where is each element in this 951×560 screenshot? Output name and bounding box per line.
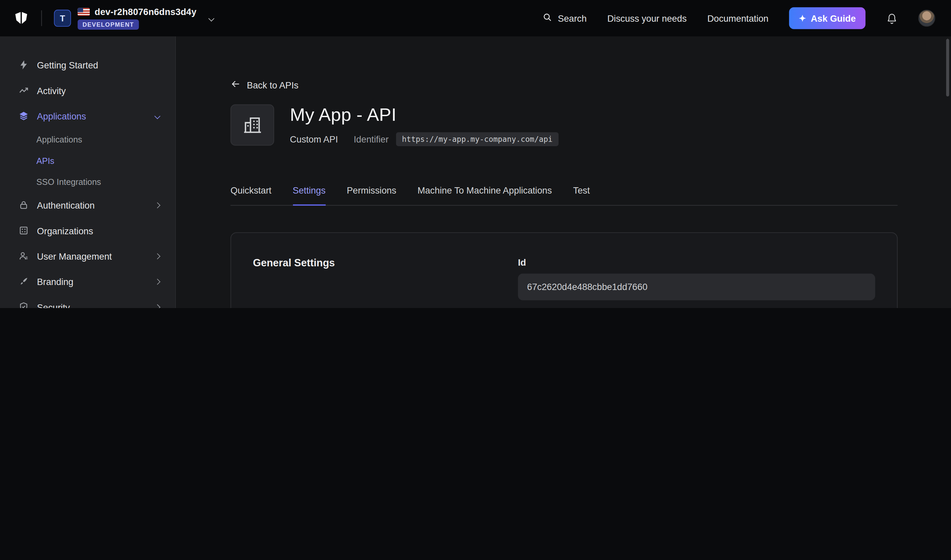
identifier-value-chip: https://my-app.my-company.com/api <box>396 132 559 146</box>
tenant-switcher[interactable]: T dev-r2h8076n6dns3d4y DEVELOPMENT <box>54 7 214 30</box>
back-to-apis-link[interactable]: Back to APIs <box>231 79 299 91</box>
chevron-down-icon <box>154 113 160 119</box>
sidebar-item-label: Authentication <box>37 200 95 210</box>
tab-machine-to-machine[interactable]: Machine To Machine Applications <box>417 185 552 205</box>
search-button[interactable]: Search <box>542 12 586 24</box>
sidebar-item-user-management[interactable]: User Management <box>0 243 175 269</box>
building-grid-icon <box>18 225 29 236</box>
documentation-link[interactable]: Documentation <box>708 13 768 23</box>
environment-badge: DEVELOPMENT <box>78 19 139 30</box>
sidebar-item-activity[interactable]: Activity <box>0 78 175 103</box>
vertical-scrollbar[interactable] <box>946 39 949 97</box>
shield-check-icon <box>18 302 29 308</box>
api-icon <box>231 105 274 146</box>
paintbrush-icon <box>18 276 29 287</box>
sidebar-item-getting-started[interactable]: Getting Started <box>0 52 175 77</box>
sidebar-item-label: Branding <box>37 276 74 287</box>
lock-icon <box>18 200 29 211</box>
sidebar-item-label: Security <box>37 302 70 308</box>
id-help-text: The API id on our system. Useful if you … <box>518 308 875 308</box>
sidebar-subitem-applications[interactable]: Applications <box>0 128 175 150</box>
ask-guide-button[interactable]: ✦ Ask Guide <box>789 7 866 29</box>
sidebar-item-label: Applications <box>37 111 86 121</box>
tab-settings[interactable]: Settings <box>292 185 326 205</box>
back-link-label: Back to APIs <box>247 80 299 90</box>
id-field-label: Id <box>518 257 875 267</box>
chevron-right-icon <box>154 304 160 308</box>
sidebar-item-label: Activity <box>37 85 66 95</box>
identifier-label: Identifier <box>354 134 389 144</box>
sidebar-item-branding[interactable]: Branding <box>0 269 175 294</box>
search-label: Search <box>558 13 586 23</box>
sidebar-item-organizations[interactable]: Organizations <box>0 218 175 243</box>
tab-permissions[interactable]: Permissions <box>347 185 396 205</box>
auth0-logo-icon <box>13 10 29 26</box>
person-icon <box>18 251 29 262</box>
id-field-group: Id The API id on our system. Useful if y… <box>518 257 875 308</box>
sidebar-item-label: User Management <box>37 251 112 261</box>
user-avatar[interactable] <box>918 10 935 27</box>
app-window: T dev-r2h8076n6dns3d4y DEVELOPMENT Searc… <box>0 0 951 308</box>
bolt-icon <box>18 59 29 71</box>
sidebar-item-label: Getting Started <box>37 60 98 70</box>
topbar-divider <box>42 10 42 26</box>
layers-icon <box>18 111 29 122</box>
tenant-avatar: T <box>54 10 71 27</box>
main-content: Back to APIs My App - API <box>176 36 951 308</box>
sidebar-subitem-apis[interactable]: APIs <box>0 150 175 171</box>
general-settings-card: General Settings Id The API id on our sy… <box>231 232 898 308</box>
id-input[interactable] <box>518 273 875 300</box>
notifications-bell-icon[interactable] <box>886 12 898 24</box>
chevron-right-icon <box>154 253 160 259</box>
chevron-right-icon <box>154 278 160 284</box>
discuss-needs-link[interactable]: Discuss your needs <box>607 13 687 23</box>
us-flag-icon <box>78 8 90 16</box>
sidebar-item-applications[interactable]: Applications <box>0 103 175 128</box>
topbar-actions: Search Discuss your needs Documentation … <box>542 7 935 29</box>
sidebar: Getting Started Activity Applications Ap… <box>0 36 176 308</box>
sidebar-item-security[interactable]: Security <box>0 294 175 308</box>
sidebar-item-label: Organizations <box>37 225 93 235</box>
sidebar-subitem-sso-integrations[interactable]: SSO Integrations <box>0 171 175 192</box>
page-header: My App - API Custom API Identifier https… <box>231 105 898 146</box>
tenant-name: dev-r2h8076n6dns3d4y <box>95 7 197 17</box>
tab-test[interactable]: Test <box>573 185 590 205</box>
tab-bar: Quickstart Settings Permissions Machine … <box>231 185 898 205</box>
page-title: My App - API <box>290 105 559 126</box>
section-title: General Settings <box>253 257 518 269</box>
sparkle-icon: ✦ <box>799 14 806 22</box>
chevron-down-icon <box>208 15 214 22</box>
back-arrow-icon <box>231 79 241 91</box>
sidebar-item-authentication[interactable]: Authentication <box>0 192 175 218</box>
trend-chart-icon <box>18 85 29 96</box>
tab-quickstart[interactable]: Quickstart <box>231 185 272 205</box>
api-type-label: Custom API <box>290 134 338 144</box>
chevron-right-icon <box>154 202 160 208</box>
topbar: T dev-r2h8076n6dns3d4y DEVELOPMENT Searc… <box>0 0 951 36</box>
search-icon <box>542 12 552 24</box>
ask-guide-label: Ask Guide <box>811 13 856 23</box>
tenant-info: dev-r2h8076n6dns3d4y DEVELOPMENT <box>78 7 197 30</box>
